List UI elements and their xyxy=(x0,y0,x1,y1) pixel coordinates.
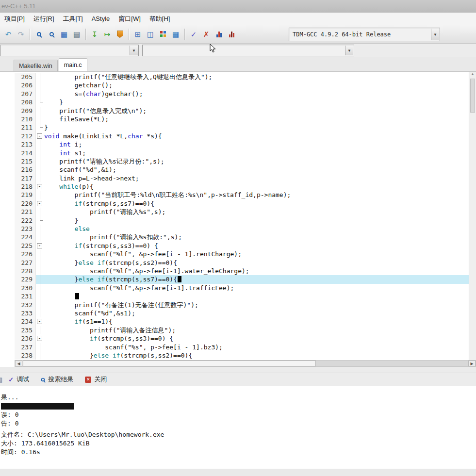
chevron-down-icon[interactable]: ▼ xyxy=(130,46,138,55)
statusbar xyxy=(0,469,476,476)
titlebar[interactable]: ev-C++ 5.11 xyxy=(0,0,476,13)
line-number: 220 xyxy=(15,199,36,208)
code-line-body: }else if(strcmp(s,ss7)==0){ xyxy=(36,275,476,283)
report-window-button[interactable]: ◫ xyxy=(144,28,157,41)
code-editor[interactable]: 205 printf("任意键继续录入,Q键退出信息录入");206 getch… xyxy=(0,72,476,360)
code-line-body: - while(p){ xyxy=(36,182,476,191)
compile-log[interactable]: 果...误: 0告: 0文件名: C:\Users\Mr.luo\Desktop… xyxy=(0,386,476,467)
fold-guide xyxy=(36,301,44,309)
line-number: 236 xyxy=(15,334,36,343)
fold-guide xyxy=(36,233,44,241)
chevron-down-icon[interactable]: ▼ xyxy=(345,46,353,55)
report-tab[interactable]: ✓调试 xyxy=(2,374,35,385)
line-number: 205 xyxy=(15,73,36,81)
code-line-body: printf("信息录入完成\n"); xyxy=(36,107,476,115)
code-line-body xyxy=(36,292,476,300)
line-number: 233 xyxy=(15,309,36,317)
abort-compile-button[interactable]: ✗ xyxy=(200,28,213,41)
line-number: 209 xyxy=(15,107,36,115)
code-line-body: -void make(LinkList *L,char *s){ xyxy=(36,132,476,140)
code-line: 211} xyxy=(15,123,476,131)
run-button[interactable]: ↦ xyxy=(101,28,114,41)
fold-collapse-icon[interactable]: - xyxy=(36,242,44,250)
selected-log-row[interactable] xyxy=(1,403,74,410)
code-line-body: } xyxy=(36,123,476,131)
magnifier-icon xyxy=(49,32,54,36)
horizontal-scroll-thumb[interactable] xyxy=(23,361,316,366)
code-line-body: scanf("%lf",&p->fee[i-1].water_eleCharge… xyxy=(36,267,476,275)
colored-grid-icon xyxy=(160,31,166,37)
colored-grid-button[interactable] xyxy=(157,28,169,41)
print-icon: ▤ xyxy=(73,30,80,39)
fold-guide xyxy=(36,174,44,182)
line-number: 210 xyxy=(15,115,36,123)
profile-chart-button[interactable] xyxy=(213,28,225,41)
horizontal-scrollbar[interactable]: ◀ ▶ xyxy=(15,360,476,367)
menu-item[interactable]: 运行[R] xyxy=(29,13,59,25)
report-tab[interactable]: 搜索结果 xyxy=(35,374,79,385)
print-button[interactable]: ▤ xyxy=(70,28,83,41)
syntax-check-button[interactable]: ✓ xyxy=(187,28,200,41)
menu-item[interactable]: 帮助[H] xyxy=(145,13,175,25)
magnifier-icon xyxy=(37,32,41,36)
window-title: ev-C++ 5.11 xyxy=(1,2,36,10)
line-number: 222 xyxy=(15,216,36,225)
editor-tab[interactable]: Makefile.win xyxy=(14,60,58,71)
scroll-right-icon[interactable]: ▶ xyxy=(468,361,476,366)
log-line[interactable]: 大小: 173.6416015625 KiB xyxy=(1,439,476,448)
vertical-scrollbar[interactable]: ▲ xyxy=(469,72,476,360)
chevron-down-icon[interactable]: ▼ xyxy=(431,29,439,40)
fold-collapse-icon[interactable]: - xyxy=(36,132,44,140)
delete-profile-chart-button[interactable] xyxy=(225,28,238,41)
bar-chart-icon xyxy=(216,31,222,37)
menu-item[interactable]: AStyle xyxy=(87,13,115,25)
back-button[interactable]: ↶ xyxy=(2,28,15,41)
editor-tab[interactable]: main.c xyxy=(59,58,87,71)
code-line: 234- if(s1==1){ xyxy=(15,317,476,326)
find-button[interactable] xyxy=(33,28,45,41)
compile-button[interactable]: ↧ xyxy=(88,28,101,41)
code-line: 206 getchar(); xyxy=(15,81,476,89)
project-window-button[interactable]: ⊞ xyxy=(131,28,144,41)
menu-item[interactable]: 工具[T] xyxy=(59,13,87,25)
code-line: 219 printf("当前职工号:%ld\n职工姓名:%s\n",p->sta… xyxy=(15,191,476,199)
scroll-left-icon[interactable]: ◀ xyxy=(15,361,22,366)
code-text: } xyxy=(44,98,63,106)
window-grid-button[interactable]: ▦ xyxy=(169,28,182,41)
compiler-profile-combo[interactable]: TDM-GCC 4.9.2 64-bit Release ▼ xyxy=(289,28,440,41)
code-line-body: printf("请输入%s扣款:",s); xyxy=(36,233,476,241)
syntax-check-icon: ✓ xyxy=(191,30,197,39)
log-line[interactable]: 误: 0 xyxy=(1,410,476,419)
code-line: 237 scanf("%s", p->fee[i - 1].bz3); xyxy=(15,343,476,351)
line-number: 224 xyxy=(15,233,36,241)
fold-guide xyxy=(36,275,44,283)
scroll-up-icon[interactable]: ▲ xyxy=(469,72,476,76)
fold-collapse-icon[interactable]: - xyxy=(36,334,44,343)
menu-item[interactable]: 窗口[W] xyxy=(114,13,145,25)
code-text: scanf("%lf",&p->fee[i-1].water_eleCharge… xyxy=(44,267,249,275)
member-combo[interactable]: ▼ xyxy=(142,45,354,56)
fold-collapse-icon[interactable]: - xyxy=(36,199,44,208)
report-tab[interactable]: ✕关闭 xyxy=(79,374,113,385)
menu-item[interactable]: 项目[P] xyxy=(0,13,29,25)
log-line[interactable]: 文件名: C:\Users\Mr.luo\Desktop\homework.ex… xyxy=(1,430,476,439)
goto-line-button[interactable]: ▦ xyxy=(58,28,70,41)
code-line: 235 printf("请输入备注信息"); xyxy=(15,326,476,334)
class-combo[interactable]: ▼ xyxy=(0,45,139,56)
profiler-shield-button[interactable] xyxy=(114,28,126,41)
fold-guide xyxy=(36,123,44,131)
fold-collapse-icon[interactable]: - xyxy=(36,317,44,326)
code-line-body: int s1; xyxy=(36,149,476,157)
code-text: getchar(); xyxy=(44,81,113,89)
log-line[interactable]: 告: 0 xyxy=(1,419,476,428)
log-line[interactable]: 果... xyxy=(1,393,476,402)
code-line: 213 int i; xyxy=(15,140,476,148)
vertical-scroll-thumb[interactable] xyxy=(470,79,475,113)
find-in-files-button[interactable] xyxy=(45,28,58,41)
code-text: scanf("%lf", &p->fee[i - 1].rentCharge); xyxy=(44,250,242,258)
forward-button[interactable]: ↷ xyxy=(15,28,27,41)
fold-guide xyxy=(36,309,44,317)
line-number: 216 xyxy=(15,165,36,174)
log-line[interactable]: 时间: 0.16s xyxy=(1,448,476,457)
fold-collapse-icon[interactable]: - xyxy=(36,182,44,191)
